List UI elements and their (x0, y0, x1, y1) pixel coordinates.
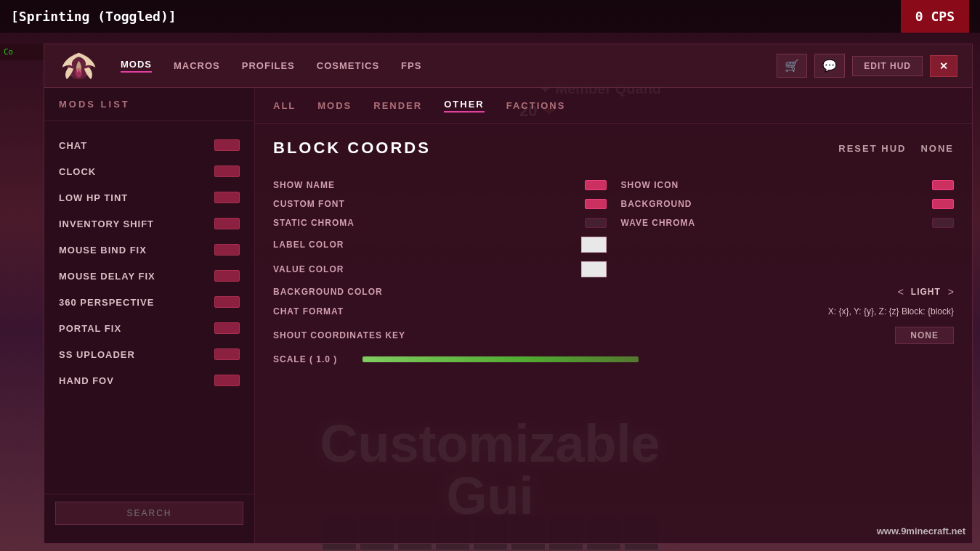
value-color-picker[interactable] (581, 261, 607, 277)
mod-item-inventory-shift[interactable]: INVENTORY SHIFT (44, 211, 254, 237)
static-chroma-label: STATIC CHROMA (273, 218, 355, 228)
mod-name: MOUSE BIND FIX (59, 245, 147, 256)
show-icon-label: SHOW ICON (621, 180, 679, 190)
mod-toggle[interactable] (214, 244, 240, 256)
bg-color-arrow-right[interactable]: > (948, 286, 954, 298)
mod-toggle[interactable] (214, 348, 240, 360)
value-color-label: VALUE COLOR (273, 264, 344, 274)
scale-label: SCALE ( 1.0 ) (273, 354, 337, 364)
custom-font-label: CUSTOM FONT (273, 199, 345, 209)
wave-chroma-row: WAVE CHROMA (621, 213, 955, 232)
reset-hud-button[interactable]: RESET HUD (838, 143, 906, 154)
gui-overlay: MODSMACROSPROFILESCOSMETICSFPS 🛒 💬 EDIT … (44, 44, 973, 544)
nav-item-mods[interactable]: MODS (121, 59, 152, 73)
static-chroma-row: STATIC CHROMA (273, 213, 607, 232)
panel-header: BLOCK COORDS RESET HUD NONE (273, 139, 954, 158)
show-name-row: SHOW NAME (273, 176, 607, 195)
settings-panel: BLOCK COORDS RESET HUD NONE SHOW NAME (255, 124, 972, 543)
mod-item-ss-uploader[interactable]: SS UPLOADER (44, 341, 254, 367)
wave-chroma-toggle[interactable] (932, 218, 954, 228)
filter-tabs: ALLMODSRENDEROTHERFACTIONS (255, 88, 972, 124)
scale-row: SCALE ( 1.0 ) (273, 350, 954, 369)
edit-hud-button[interactable]: EDIT HUD (852, 56, 923, 76)
cps-display: 0 CPS (901, 0, 969, 33)
settings-grid: SHOW NAME CUSTOM FONT STATIC CHROMA (273, 176, 954, 282)
nav-item-profiles[interactable]: PROFILES (242, 60, 295, 71)
background-toggle[interactable] (932, 199, 954, 209)
left-game-info: Co (0, 44, 44, 60)
mod-toggle[interactable] (214, 192, 240, 203)
svg-point-1 (76, 68, 82, 78)
background-color-row: BACKGROUND COLOR < LIGHT > (273, 282, 954, 302)
bg-color-value: LIGHT (911, 287, 941, 297)
nav-item-fps[interactable]: FPS (401, 60, 421, 71)
search-area (44, 494, 254, 532)
wave-chroma-label: WAVE CHROMA (621, 218, 696, 228)
background-color-label: BACKGROUND COLOR (273, 287, 383, 297)
filter-tab-other[interactable]: OTHER (444, 99, 485, 113)
mod-toggle[interactable] (214, 322, 240, 334)
show-name-toggle[interactable] (585, 180, 607, 190)
mod-item-mouse-bind-fix[interactable]: MOUSE BIND FIX (44, 237, 254, 263)
custom-font-row: CUSTOM FONT (273, 195, 607, 213)
none-button[interactable]: NONE (920, 143, 954, 154)
filter-tab-all[interactable]: ALL (273, 100, 296, 111)
cart-button[interactable]: 🛒 (777, 54, 807, 78)
background-row: BACKGROUND (621, 195, 955, 213)
mod-item-low-hp-tint[interactable]: LOW HP TINT (44, 184, 254, 211)
discord-button[interactable]: 💬 (814, 54, 845, 78)
value-color-row: VALUE COLOR (273, 257, 607, 282)
gui-content: MODS LIST CHATCLOCKLOW HP TINTINVENTORY … (44, 88, 972, 543)
nav-item-cosmetics[interactable]: COSMETICS (317, 60, 379, 71)
mod-item-360-perspective[interactable]: 360 PERSPECTIVE (44, 289, 254, 315)
filter-tab-render[interactable]: RENDER (373, 100, 422, 111)
mod-name: SS UPLOADER (59, 349, 135, 360)
mod-toggle[interactable] (214, 270, 240, 282)
scale-slider-container (363, 356, 954, 362)
filter-tab-mods[interactable]: MODS (317, 100, 352, 111)
shout-key-row: SHOUT COORDINATES KEY NONE (273, 321, 954, 350)
mod-toggle[interactable] (214, 166, 240, 177)
mod-item-mouse-delay-fix[interactable]: MOUSE DELAY FIX (44, 263, 254, 289)
label-color-label: LABEL COLOR (273, 240, 344, 250)
mod-name: 360 PERSPECTIVE (59, 297, 154, 308)
settings-left-col: SHOW NAME CUSTOM FONT STATIC CHROMA (273, 176, 607, 282)
show-icon-toggle[interactable] (932, 180, 954, 190)
show-name-label: SHOW NAME (273, 180, 335, 190)
mod-item-hand-fov[interactable]: HAND FOV (44, 367, 254, 393)
nav-items: MODSMACROSPROFILESCOSMETICSFPS (121, 59, 762, 73)
panel-title: BLOCK COORDS (273, 139, 431, 158)
mod-name: MOUSE DELAY FIX (59, 271, 155, 282)
mod-toggle[interactable] (214, 375, 240, 386)
scale-slider[interactable] (363, 356, 639, 362)
watermark: www.9minecraft.net (877, 526, 965, 536)
close-button[interactable]: ✕ (930, 55, 957, 77)
mod-item-portal-fix[interactable]: PORTAL FIX (44, 315, 254, 341)
chat-format-row: CHAT FORMAT X: {x}, Y: {y}, Z: {z} Block… (273, 302, 954, 321)
mod-toggle[interactable] (214, 296, 240, 308)
search-input[interactable] (55, 502, 243, 525)
custom-font-toggle[interactable] (585, 199, 607, 209)
logo-area (59, 46, 99, 86)
label-color-picker[interactable] (581, 237, 607, 253)
sprinting-status: [Sprinting (Toggled)] (11, 9, 177, 24)
static-chroma-toggle[interactable] (585, 218, 607, 228)
mod-item-chat[interactable]: CHAT (44, 132, 254, 158)
mod-name: HAND FOV (59, 375, 114, 386)
gui-header: MODSMACROSPROFILESCOSMETICSFPS 🛒 💬 EDIT … (44, 44, 972, 88)
header-actions: 🛒 💬 EDIT HUD ✕ (777, 54, 957, 78)
logo-icon (59, 46, 99, 86)
mod-item-clock[interactable]: CLOCK (44, 158, 254, 184)
bg-color-arrow-left[interactable]: < (898, 286, 904, 298)
mod-toggle[interactable] (214, 218, 240, 229)
top-hud-bar: [Sprinting (Toggled)] 0 CPS (0, 0, 980, 33)
chat-format-value: X: {x}, Y: {y}, Z: {z} Block: {block} (828, 306, 954, 317)
label-color-row: LABEL COLOR (273, 232, 607, 257)
sidebar: MODS LIST CHATCLOCKLOW HP TINTINVENTORY … (44, 88, 255, 543)
nav-item-macros[interactable]: MACROS (174, 60, 220, 71)
filter-tab-factions[interactable]: FACTIONS (506, 100, 566, 111)
sidebar-title: MODS LIST (44, 99, 254, 121)
shout-key-none-button[interactable]: NONE (895, 327, 954, 344)
mod-list: CHATCLOCKLOW HP TINTINVENTORY SHIFTMOUSE… (44, 128, 254, 494)
mod-toggle[interactable] (214, 139, 240, 151)
